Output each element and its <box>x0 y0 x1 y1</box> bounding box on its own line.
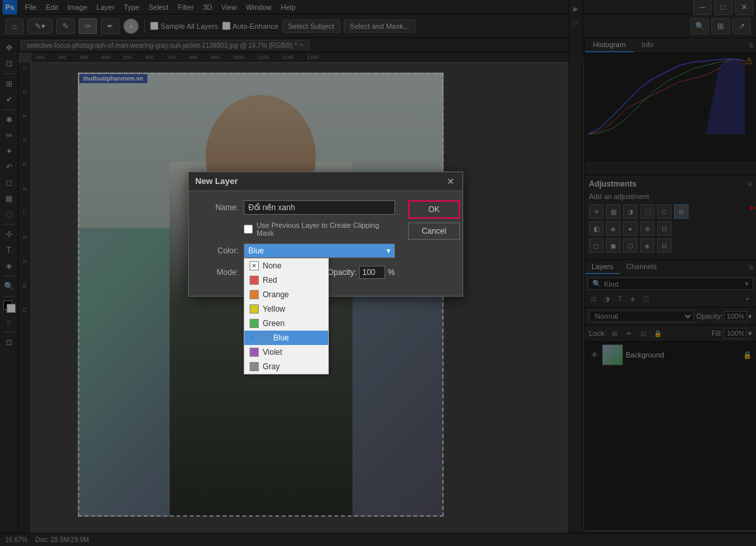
color-select-value: Blue <box>248 246 264 255</box>
yellow-swatch <box>250 304 259 314</box>
dialog-buttons: OK Cancel <box>408 200 460 240</box>
dialog-fields: Name: Use Previous Layer to Create Clipp… <box>199 200 395 287</box>
blue-swatch <box>260 333 269 342</box>
color-option-violet-label: Violet <box>263 348 282 357</box>
dialog-name-label: Name: <box>199 203 238 212</box>
dialog-mode-label: Mode: <box>199 268 238 277</box>
dialog-cancel-button[interactable]: Cancel <box>408 223 460 240</box>
dialog-opacity-input[interactable] <box>359 266 385 279</box>
red-swatch <box>250 276 259 285</box>
dialog-name-input[interactable] <box>244 200 395 215</box>
dialog-ok-button[interactable]: OK <box>408 200 460 219</box>
dialog-body: Name: Use Previous Layer to Create Clipp… <box>189 191 463 296</box>
gray-swatch <box>250 362 259 371</box>
dialog-checkbox-row: Use Previous Layer to Create Clipping Ma… <box>199 221 395 237</box>
color-option-red-label: Red <box>263 276 277 285</box>
dialog-color-label: Color: <box>199 246 238 255</box>
color-option-blue-label: Blue <box>273 333 289 342</box>
dialog-opacity-unit: % <box>388 268 395 277</box>
dialog-opacity-label: Opacity: <box>328 268 356 277</box>
color-option-orange[interactable]: Orange <box>244 287 328 302</box>
color-option-green-label: Green <box>263 319 284 328</box>
dialog-overlay: New Layer ✕ Name: Use Previous Layer to … <box>0 0 756 546</box>
none-swatch: ✕ <box>250 261 259 270</box>
color-option-gray-label: Gray <box>263 362 280 371</box>
color-option-orange-label: Orange <box>263 290 289 299</box>
dialog-color-row: Color: Blue ▾ ✕ None <box>199 244 395 258</box>
clipping-mask-label: Use Previous Layer to Create Clipping Ma… <box>257 221 395 237</box>
color-option-red[interactable]: Red <box>244 273 328 287</box>
dialog-close-btn[interactable]: ✕ <box>445 176 456 187</box>
color-option-green[interactable]: Green <box>244 316 328 331</box>
dialog-title: New Layer <box>195 176 238 186</box>
dialog-main-content: Name: Use Previous Layer to Create Clipp… <box>199 200 452 287</box>
blue-checkmark-icon: ✓ <box>250 333 256 342</box>
color-option-yellow[interactable]: Yellow <box>244 302 328 316</box>
dialog-name-row: Name: <box>199 200 395 215</box>
color-option-gray[interactable]: Gray <box>244 359 328 374</box>
orange-swatch <box>250 290 259 299</box>
color-option-none-label: None <box>263 261 282 270</box>
color-option-yellow-label: Yellow <box>263 304 285 314</box>
green-swatch <box>250 319 259 328</box>
dialog-opacity-group: Opacity: % <box>328 266 395 279</box>
color-option-none[interactable]: ✕ None <box>244 259 328 273</box>
dialog-color-select[interactable]: Blue ▾ <box>244 244 395 258</box>
violet-swatch <box>250 348 259 357</box>
color-option-blue[interactable]: ✓ Blue <box>244 331 328 345</box>
clipping-mask-checkbox[interactable] <box>244 225 253 234</box>
dialog-color-dropdown-wrapper: Blue ▾ ✕ None R <box>244 244 395 258</box>
color-option-violet[interactable]: Violet <box>244 345 328 359</box>
dialog-titlebar: New Layer ✕ <box>189 172 463 191</box>
color-dropdown: ✕ None Red Orange <box>244 258 329 374</box>
color-select-chevron-icon: ▾ <box>387 246 390 255</box>
new-layer-dialog: New Layer ✕ Name: Use Previous Layer to … <box>188 172 463 297</box>
